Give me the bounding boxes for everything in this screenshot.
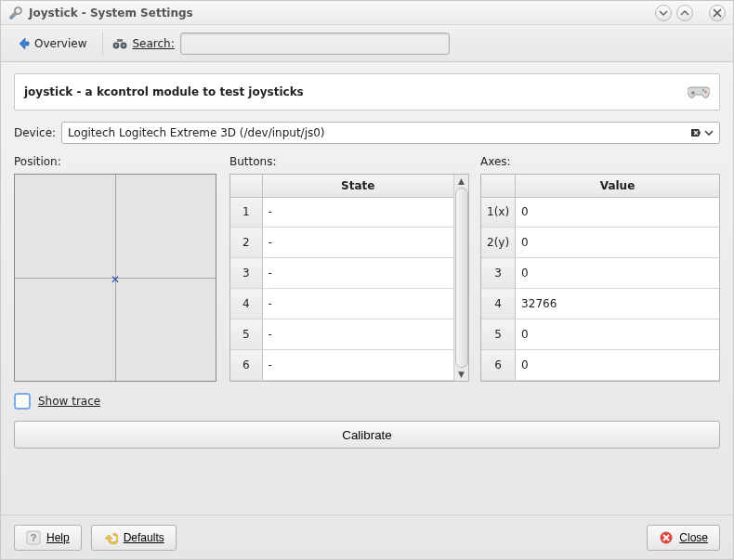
row-index: 2	[230, 228, 262, 258]
titlebar: Joystick - System Settings	[1, 1, 733, 25]
table-row[interactable]: 30	[481, 258, 719, 289]
axes-table-wrap: Value 1(x)02(y)0304327665060	[480, 174, 720, 382]
axis-value-cell: 0	[516, 319, 719, 350]
chevron-down-icon	[659, 8, 668, 18]
buttons-corner-header	[230, 175, 262, 197]
table-row[interactable]: 1-	[230, 197, 453, 228]
show-trace-label[interactable]: Show trace	[38, 395, 100, 408]
close-label: Close	[679, 531, 708, 544]
row-index: 6	[230, 350, 262, 381]
axes-value-header: Value	[516, 175, 719, 197]
svg-point-3	[114, 44, 117, 46]
table-row[interactable]: 4-	[230, 289, 453, 319]
close-window-button[interactable]	[709, 5, 726, 21]
button-state-cell: -	[262, 289, 453, 319]
defaults-label: Defaults	[124, 531, 164, 544]
row-index: 2(y)	[481, 228, 516, 258]
svg-point-7	[704, 91, 706, 93]
button-state-cell: -	[262, 228, 453, 258]
calibrate-button[interactable]: Calibrate	[14, 421, 720, 449]
maximize-button[interactable]	[676, 5, 693, 21]
defaults-button[interactable]: Defaults	[91, 525, 177, 551]
button-state-cell: -	[262, 197, 453, 228]
axes-corner-header	[481, 175, 516, 197]
chevron-down-icon[interactable]	[704, 126, 714, 139]
button-state-cell: -	[262, 258, 453, 289]
calibrate-label: Calibrate	[342, 428, 391, 442]
minimize-button[interactable]	[655, 5, 672, 21]
buttons-column: Buttons: State 1-2-3-4-5-6- ▲ ▼	[229, 155, 469, 410]
row-index: 3	[230, 258, 262, 289]
buttons-label: Buttons:	[229, 155, 469, 168]
scrollbar-track[interactable]	[455, 188, 468, 368]
device-selected-text: Logitech Logitech Extreme 3D (/dev/input…	[68, 126, 324, 139]
search-input[interactable]	[180, 33, 450, 55]
button-state-cell: -	[262, 350, 453, 381]
show-trace-row: Show trace	[14, 393, 218, 410]
svg-text:?: ?	[31, 532, 37, 543]
position-canvas: ✕	[14, 174, 216, 382]
window-title: Joystick - System Settings	[29, 7, 193, 20]
device-select[interactable]: Logitech Logitech Extreme 3D (/dev/input…	[61, 122, 720, 144]
axis-value-cell: 0	[516, 228, 719, 258]
app-icon	[8, 6, 23, 20]
table-row[interactable]: 3-	[230, 258, 453, 289]
clear-icon[interactable]	[689, 126, 702, 139]
device-row: Device: Logitech Logitech Extreme 3D (/d…	[14, 122, 720, 144]
footer: ? Help Defaults Close	[1, 514, 733, 559]
row-index: 1(x)	[481, 197, 516, 228]
scroll-down-icon[interactable]: ▼	[455, 368, 468, 381]
svg-rect-5	[117, 39, 123, 42]
row-index: 5	[481, 319, 516, 350]
module-title: joystick - a kcontrol module to test joy…	[24, 85, 304, 98]
help-button[interactable]: ? Help	[14, 525, 82, 551]
close-icon	[713, 8, 722, 18]
scrollbar-thumb[interactable]	[455, 188, 468, 368]
toolbar: Overview Search:	[1, 25, 733, 62]
row-index: 3	[481, 258, 516, 289]
table-row[interactable]: 6-	[230, 350, 453, 381]
position-label: Position:	[14, 155, 218, 168]
buttons-table: State 1-2-3-4-5-6-	[230, 175, 453, 381]
axes-column: Axes: Value 1(x)02(y)0304327665060	[480, 155, 720, 410]
axis-value-cell: 0	[516, 197, 719, 228]
undo-icon	[103, 530, 118, 545]
row-index: 6	[481, 350, 516, 381]
table-row[interactable]: 2(y)0	[481, 228, 719, 258]
overview-button[interactable]: Overview	[10, 33, 93, 54]
buttons-scrollbar[interactable]: ▲ ▼	[453, 175, 468, 381]
buttons-table-wrap: State 1-2-3-4-5-6- ▲ ▼	[229, 174, 469, 382]
overview-label: Overview	[34, 37, 87, 50]
table-row[interactable]: 2-	[230, 228, 453, 258]
row-index: 4	[481, 289, 516, 319]
close-red-icon	[659, 530, 674, 545]
table-row[interactable]: 50	[481, 319, 719, 350]
window-root: Joystick - System Settings Overview Sear…	[0, 0, 734, 560]
main-area: Position: ✕ Show trace Buttons:	[14, 155, 720, 410]
buttons-state-header: State	[262, 175, 453, 197]
row-index: 5	[230, 319, 262, 350]
toolbar-separator	[102, 32, 103, 56]
position-marker-icon: ✕	[111, 273, 120, 282]
table-row[interactable]: 5-	[230, 319, 453, 350]
table-row[interactable]: 60	[481, 350, 719, 381]
close-button[interactable]: Close	[647, 525, 720, 551]
svg-point-6	[702, 89, 704, 91]
table-row[interactable]: 432766	[481, 289, 719, 319]
binoculars-icon	[112, 36, 127, 51]
position-column: Position: ✕ Show trace	[14, 155, 218, 410]
axis-value-cell: 32766	[516, 289, 719, 319]
axis-value-cell: 0	[516, 350, 719, 381]
svg-rect-9	[691, 92, 695, 94]
search-label: Search:	[133, 37, 175, 50]
row-index: 1	[230, 197, 262, 228]
back-arrow-icon	[16, 36, 31, 51]
module-header: joystick - a kcontrol module to test joy…	[14, 73, 720, 111]
axes-table: Value 1(x)02(y)0304327665060	[481, 175, 719, 381]
scroll-up-icon[interactable]: ▲	[455, 175, 468, 188]
chevron-up-icon	[680, 8, 689, 18]
show-trace-checkbox[interactable]	[14, 393, 31, 410]
axes-label: Axes:	[480, 155, 720, 168]
table-row[interactable]: 1(x)0	[481, 197, 719, 228]
svg-point-4	[122, 44, 125, 46]
